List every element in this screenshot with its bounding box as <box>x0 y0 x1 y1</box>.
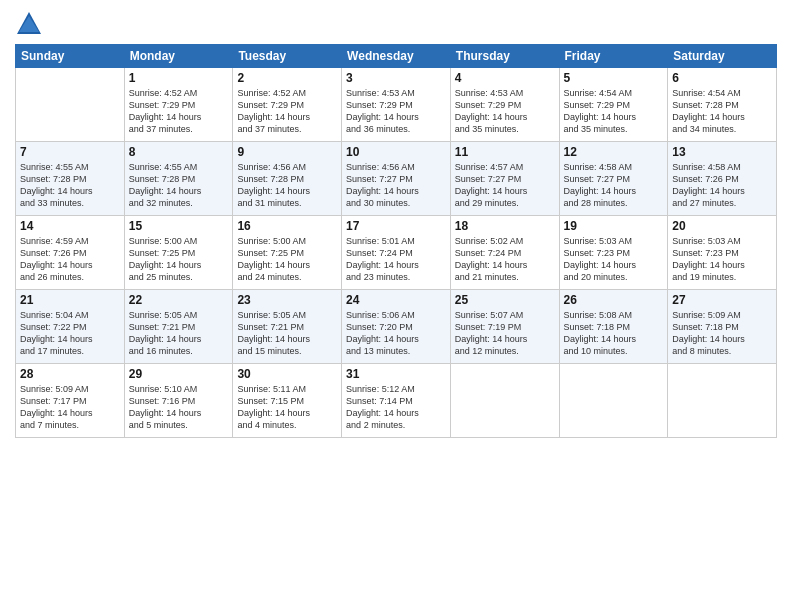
cell-info: Sunrise: 5:11 AM Sunset: 7:15 PM Dayligh… <box>237 383 337 432</box>
cell-info: Sunrise: 4:55 AM Sunset: 7:28 PM Dayligh… <box>129 161 229 210</box>
calendar-cell: 15Sunrise: 5:00 AM Sunset: 7:25 PM Dayli… <box>124 216 233 290</box>
calendar-cell: 29Sunrise: 5:10 AM Sunset: 7:16 PM Dayli… <box>124 364 233 438</box>
cell-info: Sunrise: 5:08 AM Sunset: 7:18 PM Dayligh… <box>564 309 664 358</box>
cell-date: 15 <box>129 219 229 233</box>
calendar-cell: 24Sunrise: 5:06 AM Sunset: 7:20 PM Dayli… <box>342 290 451 364</box>
cell-date: 7 <box>20 145 120 159</box>
calendar-cell: 26Sunrise: 5:08 AM Sunset: 7:18 PM Dayli… <box>559 290 668 364</box>
cell-date: 25 <box>455 293 555 307</box>
cell-date: 24 <box>346 293 446 307</box>
calendar-cell: 2Sunrise: 4:52 AM Sunset: 7:29 PM Daylig… <box>233 68 342 142</box>
day-header-sunday: Sunday <box>16 45 125 68</box>
calendar-cell: 3Sunrise: 4:53 AM Sunset: 7:29 PM Daylig… <box>342 68 451 142</box>
calendar-cell: 31Sunrise: 5:12 AM Sunset: 7:14 PM Dayli… <box>342 364 451 438</box>
cell-date: 9 <box>237 145 337 159</box>
cell-info: Sunrise: 5:00 AM Sunset: 7:25 PM Dayligh… <box>237 235 337 284</box>
calendar-table: SundayMondayTuesdayWednesdayThursdayFrid… <box>15 44 777 438</box>
calendar-cell: 5Sunrise: 4:54 AM Sunset: 7:29 PM Daylig… <box>559 68 668 142</box>
calendar-cell <box>559 364 668 438</box>
cell-info: Sunrise: 5:06 AM Sunset: 7:20 PM Dayligh… <box>346 309 446 358</box>
cell-info: Sunrise: 4:58 AM Sunset: 7:26 PM Dayligh… <box>672 161 772 210</box>
cell-date: 12 <box>564 145 664 159</box>
calendar-cell: 14Sunrise: 4:59 AM Sunset: 7:26 PM Dayli… <box>16 216 125 290</box>
calendar-cell: 19Sunrise: 5:03 AM Sunset: 7:23 PM Dayli… <box>559 216 668 290</box>
calendar-cell: 18Sunrise: 5:02 AM Sunset: 7:24 PM Dayli… <box>450 216 559 290</box>
cell-info: Sunrise: 4:54 AM Sunset: 7:28 PM Dayligh… <box>672 87 772 136</box>
cell-info: Sunrise: 5:00 AM Sunset: 7:25 PM Dayligh… <box>129 235 229 284</box>
day-header-friday: Friday <box>559 45 668 68</box>
cell-date: 31 <box>346 367 446 381</box>
cell-date: 5 <box>564 71 664 85</box>
calendar-cell: 10Sunrise: 4:56 AM Sunset: 7:27 PM Dayli… <box>342 142 451 216</box>
calendar-cell: 17Sunrise: 5:01 AM Sunset: 7:24 PM Dayli… <box>342 216 451 290</box>
cell-date: 29 <box>129 367 229 381</box>
calendar-cell: 27Sunrise: 5:09 AM Sunset: 7:18 PM Dayli… <box>668 290 777 364</box>
cell-info: Sunrise: 5:02 AM Sunset: 7:24 PM Dayligh… <box>455 235 555 284</box>
cell-info: Sunrise: 4:52 AM Sunset: 7:29 PM Dayligh… <box>129 87 229 136</box>
week-row-1: 1Sunrise: 4:52 AM Sunset: 7:29 PM Daylig… <box>16 68 777 142</box>
calendar-cell: 28Sunrise: 5:09 AM Sunset: 7:17 PM Dayli… <box>16 364 125 438</box>
calendar-cell <box>450 364 559 438</box>
cell-info: Sunrise: 4:55 AM Sunset: 7:28 PM Dayligh… <box>20 161 120 210</box>
logo <box>15 10 47 38</box>
calendar-cell: 16Sunrise: 5:00 AM Sunset: 7:25 PM Dayli… <box>233 216 342 290</box>
cell-date: 3 <box>346 71 446 85</box>
calendar-cell: 7Sunrise: 4:55 AM Sunset: 7:28 PM Daylig… <box>16 142 125 216</box>
header <box>15 10 777 38</box>
calendar-cell: 1Sunrise: 4:52 AM Sunset: 7:29 PM Daylig… <box>124 68 233 142</box>
header-row: SundayMondayTuesdayWednesdayThursdayFrid… <box>16 45 777 68</box>
cell-info: Sunrise: 5:09 AM Sunset: 7:18 PM Dayligh… <box>672 309 772 358</box>
cell-info: Sunrise: 5:03 AM Sunset: 7:23 PM Dayligh… <box>564 235 664 284</box>
cell-date: 22 <box>129 293 229 307</box>
cell-info: Sunrise: 5:07 AM Sunset: 7:19 PM Dayligh… <box>455 309 555 358</box>
cell-date: 17 <box>346 219 446 233</box>
day-header-wednesday: Wednesday <box>342 45 451 68</box>
cell-info: Sunrise: 4:52 AM Sunset: 7:29 PM Dayligh… <box>237 87 337 136</box>
cell-date: 13 <box>672 145 772 159</box>
calendar-cell: 12Sunrise: 4:58 AM Sunset: 7:27 PM Dayli… <box>559 142 668 216</box>
cell-date: 23 <box>237 293 337 307</box>
cell-date: 11 <box>455 145 555 159</box>
calendar-cell: 4Sunrise: 4:53 AM Sunset: 7:29 PM Daylig… <box>450 68 559 142</box>
cell-info: Sunrise: 5:05 AM Sunset: 7:21 PM Dayligh… <box>129 309 229 358</box>
cell-date: 30 <box>237 367 337 381</box>
cell-date: 14 <box>20 219 120 233</box>
logo-icon <box>15 10 43 38</box>
cell-date: 26 <box>564 293 664 307</box>
cell-date: 19 <box>564 219 664 233</box>
cell-date: 27 <box>672 293 772 307</box>
cell-date: 1 <box>129 71 229 85</box>
week-row-4: 21Sunrise: 5:04 AM Sunset: 7:22 PM Dayli… <box>16 290 777 364</box>
cell-date: 6 <box>672 71 772 85</box>
calendar-cell: 9Sunrise: 4:56 AM Sunset: 7:28 PM Daylig… <box>233 142 342 216</box>
calendar-cell: 13Sunrise: 4:58 AM Sunset: 7:26 PM Dayli… <box>668 142 777 216</box>
cell-date: 16 <box>237 219 337 233</box>
cell-info: Sunrise: 4:56 AM Sunset: 7:27 PM Dayligh… <box>346 161 446 210</box>
calendar-cell: 30Sunrise: 5:11 AM Sunset: 7:15 PM Dayli… <box>233 364 342 438</box>
cell-info: Sunrise: 5:05 AM Sunset: 7:21 PM Dayligh… <box>237 309 337 358</box>
cell-info: Sunrise: 5:09 AM Sunset: 7:17 PM Dayligh… <box>20 383 120 432</box>
day-header-tuesday: Tuesday <box>233 45 342 68</box>
cell-info: Sunrise: 5:10 AM Sunset: 7:16 PM Dayligh… <box>129 383 229 432</box>
cell-info: Sunrise: 5:12 AM Sunset: 7:14 PM Dayligh… <box>346 383 446 432</box>
cell-date: 8 <box>129 145 229 159</box>
calendar-cell: 20Sunrise: 5:03 AM Sunset: 7:23 PM Dayli… <box>668 216 777 290</box>
cell-info: Sunrise: 4:56 AM Sunset: 7:28 PM Dayligh… <box>237 161 337 210</box>
week-row-5: 28Sunrise: 5:09 AM Sunset: 7:17 PM Dayli… <box>16 364 777 438</box>
calendar-cell: 25Sunrise: 5:07 AM Sunset: 7:19 PM Dayli… <box>450 290 559 364</box>
cell-info: Sunrise: 4:54 AM Sunset: 7:29 PM Dayligh… <box>564 87 664 136</box>
day-header-saturday: Saturday <box>668 45 777 68</box>
calendar-cell: 8Sunrise: 4:55 AM Sunset: 7:28 PM Daylig… <box>124 142 233 216</box>
cell-date: 20 <box>672 219 772 233</box>
cell-date: 28 <box>20 367 120 381</box>
cell-info: Sunrise: 4:53 AM Sunset: 7:29 PM Dayligh… <box>346 87 446 136</box>
week-row-3: 14Sunrise: 4:59 AM Sunset: 7:26 PM Dayli… <box>16 216 777 290</box>
cell-date: 4 <box>455 71 555 85</box>
cell-info: Sunrise: 4:58 AM Sunset: 7:27 PM Dayligh… <box>564 161 664 210</box>
cell-date: 18 <box>455 219 555 233</box>
cell-info: Sunrise: 5:04 AM Sunset: 7:22 PM Dayligh… <box>20 309 120 358</box>
cell-info: Sunrise: 4:57 AM Sunset: 7:27 PM Dayligh… <box>455 161 555 210</box>
calendar-cell: 11Sunrise: 4:57 AM Sunset: 7:27 PM Dayli… <box>450 142 559 216</box>
cell-date: 21 <box>20 293 120 307</box>
cell-info: Sunrise: 4:53 AM Sunset: 7:29 PM Dayligh… <box>455 87 555 136</box>
